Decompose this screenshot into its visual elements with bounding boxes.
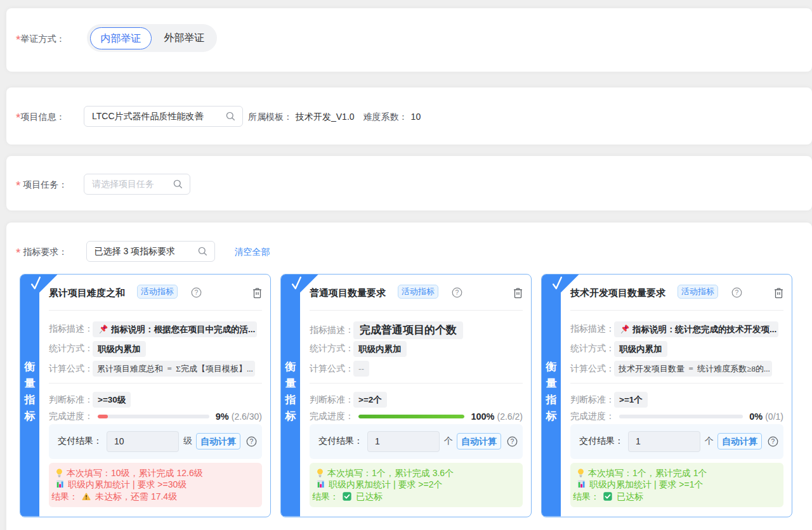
svg-text:?: ? bbox=[195, 288, 199, 295]
svg-text:?: ? bbox=[771, 437, 775, 444]
svg-text:?: ? bbox=[250, 437, 254, 444]
svg-text:?: ? bbox=[511, 437, 514, 444]
svg-text:?: ? bbox=[735, 288, 739, 295]
svg-text:?: ? bbox=[455, 288, 459, 295]
